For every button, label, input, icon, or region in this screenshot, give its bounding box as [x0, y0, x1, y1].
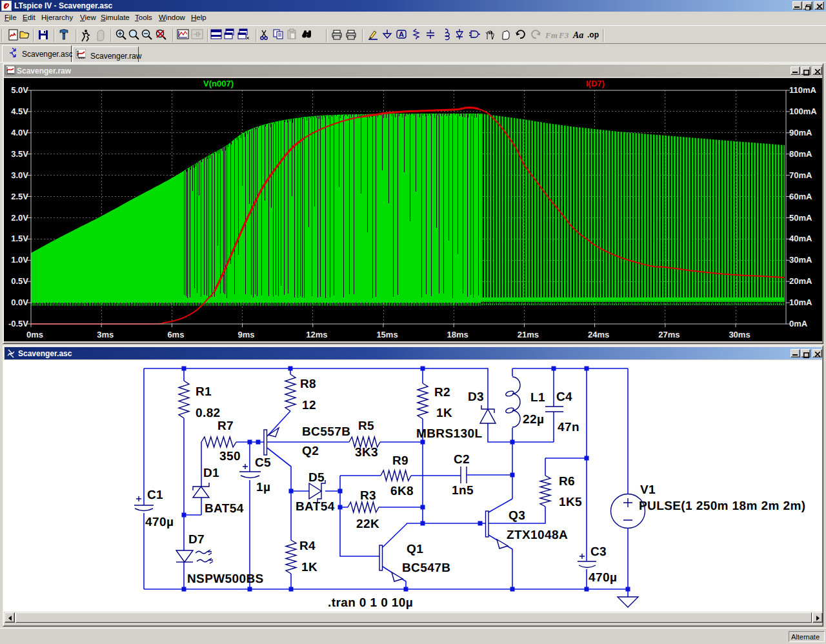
svg-text:R4: R4 — [299, 539, 316, 553]
svg-text:R3: R3 — [360, 489, 376, 503]
svg-text:1.0V: 1.0V — [11, 255, 28, 265]
svg-text:A: A — [399, 30, 404, 38]
svg-text:100mA: 100mA — [789, 106, 817, 116]
svg-text:12: 12 — [302, 399, 316, 412]
svg-text:470µ: 470µ — [145, 516, 174, 529]
svg-text:30ms: 30ms — [729, 330, 750, 339]
svg-text:0ms: 0ms — [26, 330, 43, 339]
svg-text:MBRS130L: MBRS130L — [416, 427, 482, 441]
svg-text:BAT54: BAT54 — [296, 500, 335, 514]
svg-text:47n: 47n — [558, 421, 579, 434]
svg-text:R1: R1 — [196, 385, 212, 399]
svg-text:10mA: 10mA — [789, 297, 812, 307]
svg-text:C4: C4 — [556, 390, 572, 404]
svg-text:V1: V1 — [640, 483, 656, 497]
svg-text:BC557B: BC557B — [302, 425, 350, 439]
svg-text:110mA: 110mA — [789, 85, 817, 95]
svg-text:1n5: 1n5 — [452, 484, 474, 498]
svg-text:3.0V: 3.0V — [11, 170, 28, 180]
svg-text:18ms: 18ms — [447, 330, 468, 339]
svg-text:C2: C2 — [454, 453, 470, 467]
svg-text:BAT54: BAT54 — [205, 502, 244, 516]
svg-text:9ms: 9ms — [238, 330, 255, 339]
svg-text:12ms: 12ms — [306, 330, 327, 339]
svg-text:0.0V: 0.0V — [11, 297, 28, 307]
svg-text:BC547B: BC547B — [402, 561, 450, 575]
svg-text:R7: R7 — [217, 419, 234, 433]
svg-text:1K5: 1K5 — [559, 496, 582, 509]
svg-text:R8: R8 — [300, 377, 316, 391]
svg-text:Q3: Q3 — [509, 509, 525, 523]
svg-text:C5: C5 — [255, 456, 271, 470]
svg-text:27ms: 27ms — [658, 330, 680, 339]
svg-text:5.0V: 5.0V — [11, 85, 28, 95]
svg-text:Fm: Fm — [545, 30, 558, 40]
svg-text:4.5V: 4.5V — [11, 106, 28, 116]
svg-text:60mA: 60mA — [789, 192, 812, 201]
svg-text:V(n007): V(n007) — [203, 79, 234, 88]
svg-text:R9: R9 — [392, 454, 408, 468]
svg-text:-0.5V: -0.5V — [8, 319, 28, 328]
svg-text:350: 350 — [219, 450, 241, 463]
svg-text:D7: D7 — [188, 533, 205, 547]
svg-text:22µ: 22µ — [523, 413, 544, 427]
svg-text:F3: F3 — [558, 30, 569, 40]
svg-text:470µ: 470µ — [589, 571, 617, 585]
svg-text:PULSE(1 250m 18m 2m 2m): PULSE(1 250m 18m 2m 2m) — [639, 499, 805, 513]
svg-text:Q2: Q2 — [302, 445, 319, 458]
svg-text:Q1: Q1 — [407, 543, 423, 556]
svg-text:2.0V: 2.0V — [11, 213, 28, 223]
svg-text:4.0V: 4.0V — [11, 128, 28, 137]
svg-text:C1: C1 — [147, 488, 163, 502]
svg-text:70mA: 70mA — [789, 170, 812, 180]
svg-text:40mA: 40mA — [789, 234, 812, 243]
svg-text:3K3: 3K3 — [355, 446, 378, 459]
svg-text:R2: R2 — [434, 386, 450, 399]
svg-text:0.82: 0.82 — [196, 407, 221, 420]
svg-text:NSPW500BS: NSPW500BS — [187, 572, 264, 586]
svg-text:21ms: 21ms — [518, 330, 539, 339]
svg-text:D3: D3 — [468, 390, 484, 404]
svg-text:Aa: Aa — [572, 30, 583, 40]
svg-text:L1: L1 — [530, 391, 545, 405]
svg-text:ZTX1048A: ZTX1048A — [507, 528, 568, 542]
svg-text:6ms: 6ms — [167, 330, 184, 339]
svg-text:50mA: 50mA — [789, 213, 812, 223]
svg-text:D1: D1 — [203, 467, 219, 480]
svg-text:R5: R5 — [358, 419, 374, 433]
svg-text:.tran 0 1 0 10µ: .tran 0 1 0 10µ — [328, 596, 413, 610]
svg-text:3ms: 3ms — [97, 330, 114, 339]
svg-text:R6: R6 — [559, 475, 575, 488]
svg-text:2.5V: 2.5V — [11, 192, 28, 201]
svg-text:3.5V: 3.5V — [11, 149, 28, 159]
svg-text:1K: 1K — [301, 561, 317, 574]
svg-text:15ms: 15ms — [376, 330, 398, 339]
svg-text:22K: 22K — [356, 518, 379, 531]
svg-text:20mA: 20mA — [789, 276, 812, 286]
svg-text:24ms: 24ms — [588, 330, 609, 339]
svg-text:90mA: 90mA — [789, 128, 812, 137]
svg-text:6K8: 6K8 — [390, 485, 414, 498]
svg-text:1.5V: 1.5V — [11, 234, 28, 243]
svg-text:30mA: 30mA — [789, 255, 812, 265]
svg-text:1µ: 1µ — [256, 481, 270, 494]
svg-text:C3: C3 — [590, 545, 607, 559]
svg-text:80mA: 80mA — [789, 149, 812, 159]
svg-text:0.5V: 0.5V — [11, 276, 28, 286]
svg-text:I(D7): I(D7) — [586, 79, 605, 88]
svg-text:1K: 1K — [436, 407, 452, 420]
svg-text:.op: .op — [587, 30, 599, 39]
svg-text:0mA: 0mA — [789, 319, 808, 328]
svg-text:D5: D5 — [308, 471, 325, 485]
